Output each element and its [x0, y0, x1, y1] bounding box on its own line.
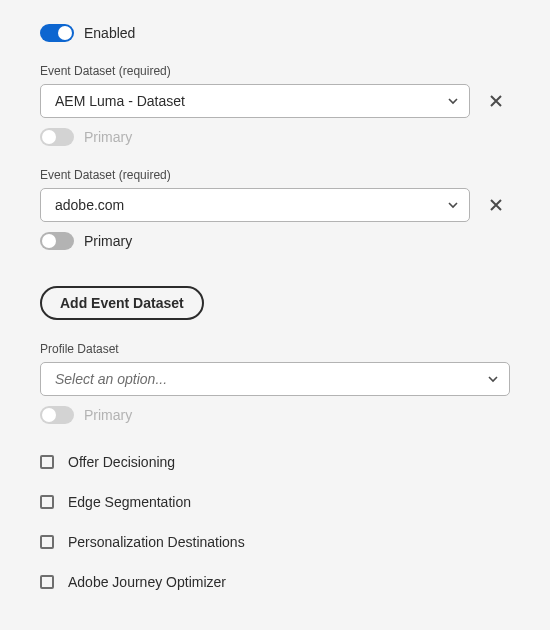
checkbox-label: Adobe Journey Optimizer: [68, 574, 226, 590]
remove-dataset-button-2[interactable]: [482, 191, 510, 219]
offer-decisioning-checkbox[interactable]: [40, 455, 54, 469]
profile-dataset-label: Profile Dataset: [40, 342, 510, 356]
select-value: adobe.com: [55, 197, 124, 213]
profile-dataset-select[interactable]: Select an option...: [40, 362, 510, 396]
edge-segmentation-checkbox[interactable]: [40, 495, 54, 509]
chevron-down-icon: [487, 373, 499, 385]
primary-label-2: Primary: [84, 233, 132, 249]
select-placeholder: Select an option...: [55, 371, 167, 387]
primary-toggle-2[interactable]: [40, 232, 74, 250]
checkbox-label: Personalization Destinations: [68, 534, 245, 550]
profile-primary-label: Primary: [84, 407, 132, 423]
profile-primary-toggle: [40, 406, 74, 424]
primary-label-1: Primary: [84, 129, 132, 145]
add-event-dataset-button[interactable]: Add Event Dataset: [40, 286, 204, 320]
chevron-down-icon: [447, 95, 459, 107]
remove-dataset-button-1[interactable]: [482, 87, 510, 115]
event-dataset-select-1[interactable]: AEM Luma - Dataset: [40, 84, 470, 118]
personalization-destinations-checkbox[interactable]: [40, 535, 54, 549]
close-icon: [489, 94, 503, 108]
event-dataset-select-2[interactable]: adobe.com: [40, 188, 470, 222]
enabled-toggle[interactable]: [40, 24, 74, 42]
select-value: AEM Luma - Dataset: [55, 93, 185, 109]
checkbox-label: Edge Segmentation: [68, 494, 191, 510]
primary-toggle-1: [40, 128, 74, 146]
adobe-journey-optimizer-checkbox[interactable]: [40, 575, 54, 589]
checkbox-label: Offer Decisioning: [68, 454, 175, 470]
enabled-label: Enabled: [84, 25, 135, 41]
event-dataset-label-2: Event Dataset (required): [40, 168, 510, 182]
event-dataset-label-1: Event Dataset (required): [40, 64, 510, 78]
chevron-down-icon: [447, 199, 459, 211]
close-icon: [489, 198, 503, 212]
